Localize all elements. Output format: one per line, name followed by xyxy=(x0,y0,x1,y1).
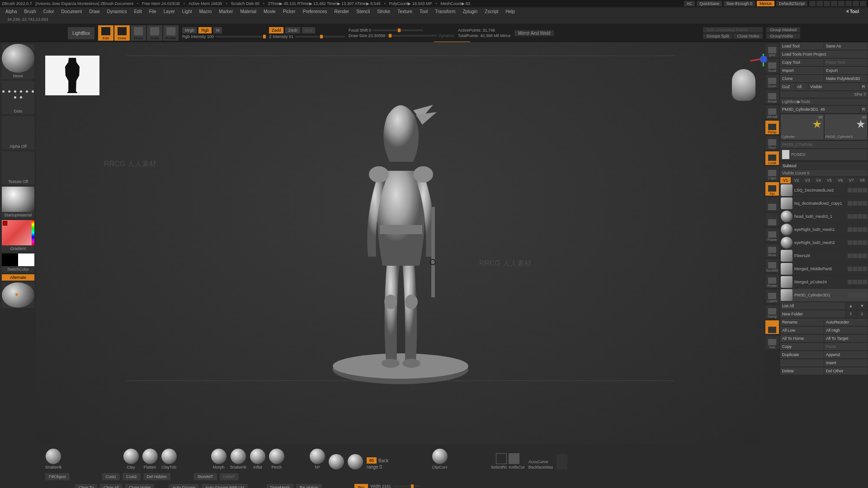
split-unmasked-button[interactable]: Split Unmasked Points xyxy=(703,27,763,33)
goz-r-button[interactable]: R xyxy=(860,83,868,90)
resolution-button[interactable]: Re olution xyxy=(296,484,322,488)
secondary-brush-tile[interactable] xyxy=(2,282,34,308)
fillobject-button[interactable]: FillObject xyxy=(45,473,70,480)
focal-shift-slider[interactable] xyxy=(373,29,423,31)
dynamesh-button[interactable]: DynaMesh xyxy=(267,484,293,488)
switch-color-tile[interactable]: SwitchColor xyxy=(2,253,34,272)
rightshelf-actual[interactable]: Actual xyxy=(765,90,779,103)
scale-mode-button[interactable]: Scale xyxy=(147,25,162,41)
subtool-row[interactable]: Merged_pCube24 xyxy=(780,276,868,288)
menu-marker[interactable]: Marker xyxy=(219,9,233,14)
subtool-vis-icons[interactable] xyxy=(848,267,867,271)
delete-button[interactable]: Delete xyxy=(780,367,824,375)
window-icon-1[interactable] xyxy=(809,1,816,6)
clearall-button[interactable]: Clear All xyxy=(100,484,123,488)
brush-pinch[interactable]: Pinch xyxy=(269,449,284,469)
zsub-button[interactable]: Zsub xyxy=(285,27,300,33)
menu-movie[interactable]: Movie xyxy=(264,9,276,14)
m-button[interactable]: M xyxy=(213,27,222,33)
bottom-extra-icon[interactable] xyxy=(557,454,567,469)
r-button[interactable]: R xyxy=(860,106,868,113)
mrgb-button[interactable]: Mrgb xyxy=(182,27,197,33)
copy-button[interactable]: Copy xyxy=(780,343,824,350)
brush-clipcurve[interactable]: ClipCurv xyxy=(432,449,448,469)
subtool-row[interactable]: LSQ_DecimatedLow2 xyxy=(780,184,868,197)
menu-preferences[interactable]: Preferences xyxy=(302,9,327,14)
defaultzscript-button[interactable]: DefaultZScript xyxy=(776,1,807,6)
rightshelf-rotate[interactable]: Rotate xyxy=(765,274,779,288)
new-folder-button[interactable]: New Folder xyxy=(780,310,845,318)
subtool-vis-icons[interactable] xyxy=(848,240,867,245)
posed-tool-row[interactable]: POSED xyxy=(780,149,868,160)
minimize-icon[interactable] xyxy=(845,1,852,6)
clearto-button[interactable]: Clear To xyxy=(75,484,97,488)
duplicate-button[interactable]: Duplicate xyxy=(780,351,824,358)
brush-snakehook[interactable]: SnakeHk xyxy=(45,449,62,469)
lightbox-button[interactable]: LightBox xyxy=(68,27,94,39)
menu-help[interactable]: Help xyxy=(505,9,515,14)
alternate-button[interactable]: Alternate xyxy=(2,274,34,281)
export-button[interactable]: Export xyxy=(824,67,868,74)
rightshelf-floor[interactable]: Floor xyxy=(765,136,779,150)
subtool-vis-icons[interactable] xyxy=(848,227,867,232)
brush-flatten[interactable]: Flatten xyxy=(142,449,158,469)
menus-button[interactable]: Menus xyxy=(757,1,774,6)
alpha-tile[interactable]: Alpha Off xyxy=(2,116,34,150)
goz-visible-button[interactable]: Visible xyxy=(808,83,860,90)
rename-button[interactable]: Rename xyxy=(780,319,824,326)
black-swatch[interactable] xyxy=(2,253,18,266)
tool-thumb-2[interactable]: 89PM3D_Cylinder3 xyxy=(825,114,868,140)
menu-render[interactable]: Render xyxy=(334,9,349,14)
menu-brush[interactable]: Brush xyxy=(24,9,36,14)
color-swatch[interactable] xyxy=(2,220,32,245)
delmt-button[interactable]: DelMT xyxy=(220,473,239,480)
backfacemask-label[interactable]: BackfaceMas xyxy=(528,465,553,469)
menu-color[interactable]: Color xyxy=(43,9,54,14)
draw-size-slider[interactable] xyxy=(387,35,437,37)
brush-inflat[interactable]: Inflat xyxy=(250,449,265,469)
hue-strip[interactable] xyxy=(32,220,34,245)
delhidden-button[interactable]: Del Hidden xyxy=(143,473,171,480)
rightshelf-scroll3d[interactable]: Scroll3D xyxy=(765,259,779,272)
brush-extra-2[interactable] xyxy=(348,454,363,469)
move-bottom-icon[interactable]: ⇓ xyxy=(857,310,868,318)
visibility-tab-v5[interactable]: V5 xyxy=(824,177,835,183)
rightshelf-linefil[interactable]: LineFil xyxy=(765,290,779,303)
viewport[interactable]: RRCG 人人素材 RRCG 人人素材 xyxy=(36,42,764,444)
brush-hp[interactable]: hP xyxy=(310,449,325,469)
import-button[interactable]: Import xyxy=(780,67,824,74)
knife-select-group[interactable]: SelectRcKnifeCur xyxy=(491,453,525,469)
dynamic-label[interactable]: Dynamic xyxy=(439,33,454,38)
group-visible-button[interactable]: GroupVisible xyxy=(766,33,800,39)
brush-clay[interactable]: Clay xyxy=(123,449,139,469)
cust1-button[interactable]: Cust1 xyxy=(102,473,120,480)
tool-panel-header[interactable]: Tool xyxy=(846,9,863,14)
tool-thumb-1[interactable]: 89Cylinder xyxy=(781,114,824,140)
rightshelf-persp[interactable]: Persp xyxy=(765,121,779,134)
groups-split-button[interactable]: Groups Split xyxy=(703,33,733,39)
menu-tool[interactable]: Tool xyxy=(420,9,428,14)
all-to-target-button[interactable]: All To Target xyxy=(824,335,868,342)
menu-zscript[interactable]: Zscript xyxy=(485,9,498,14)
menu-alpha[interactable]: Alpha xyxy=(5,9,17,14)
goz-button[interactable]: GoZ xyxy=(780,83,795,90)
cust2-button[interactable]: Cust2 xyxy=(123,473,141,480)
rightshelf-blank[interactable] xyxy=(765,213,779,226)
visibility-tab-v3[interactable]: V3 xyxy=(802,177,813,183)
rgb-intensity-slider[interactable] xyxy=(216,36,265,38)
menu-document[interactable]: Document xyxy=(61,9,82,14)
closeholes-button2[interactable]: Close Holes xyxy=(125,484,155,488)
subtool-row[interactable]: PM3D_Cylinder3D1 xyxy=(780,289,868,301)
paste-button[interactable]: Paste xyxy=(824,343,868,350)
brush-snakehook2[interactable]: SnakeHk xyxy=(230,449,247,469)
paste-tool-button[interactable]: Paste Tool xyxy=(824,59,868,66)
subtool-vis-icons[interactable] xyxy=(848,188,867,192)
load-tool-button[interactable]: Load Tool xyxy=(780,42,824,50)
make-polymesh3d-button[interactable]: Make PolyMesh3D xyxy=(824,75,868,82)
all-to-home-button[interactable]: All To Home xyxy=(780,335,824,342)
subtool-row[interactable]: Merged_MiddlePart5 xyxy=(780,263,868,275)
visible-count-slider[interactable]: Visible Count 9 xyxy=(780,170,868,176)
close-holes-button[interactable]: Close Holes xyxy=(733,33,763,39)
autogroups-uv-button[interactable]: Auto Groups With UV xyxy=(202,484,248,488)
mirror-weld-button[interactable]: Mirror And Weld xyxy=(514,30,554,36)
